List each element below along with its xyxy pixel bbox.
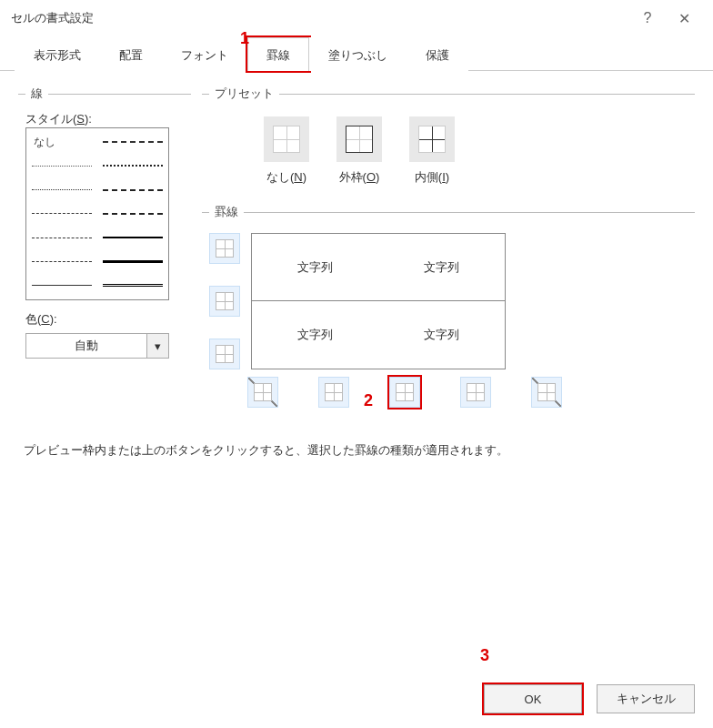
preset-inside-label: 内側(I) — [415, 169, 449, 186]
border-top-button[interactable] — [209, 233, 240, 264]
border-hmid-button[interactable] — [209, 286, 240, 317]
tab-protect[interactable]: 保護 — [407, 37, 468, 71]
color-combo[interactable]: 自動 ▾ — [25, 333, 169, 359]
preset-none-button[interactable] — [264, 116, 309, 162]
border-left-button[interactable] — [318, 377, 349, 408]
preset-group-label: プリセット — [209, 86, 279, 102]
close-button[interactable]: ✕ — [666, 10, 702, 27]
border-right-button[interactable] — [460, 377, 491, 408]
style-item[interactable] — [32, 232, 92, 243]
tab-fill[interactable]: 塗りつぶし — [309, 37, 407, 71]
border-vmid-button[interactable] — [389, 377, 420, 408]
style-item[interactable] — [103, 232, 163, 243]
titlebar: セルの書式設定 ? ✕ — [0, 0, 713, 36]
style-item[interactable] — [103, 136, 163, 147]
help-button[interactable]: ? — [629, 10, 666, 26]
tab-bar: 表示形式 配置 フォント 罫線 塗りつぶし 保護 — [0, 36, 713, 71]
preset-group: プリセット なし(N) 外枠(O) — [202, 86, 695, 193]
border-group: 罫線 文字列 文字列 文字列 文字列 — [202, 204, 695, 415]
style-item[interactable] — [103, 208, 163, 219]
tab-font[interactable]: フォント — [162, 37, 247, 71]
border-group-label: 罫線 — [209, 204, 244, 220]
style-item[interactable] — [32, 257, 92, 268]
preview-cell: 文字列 — [252, 234, 378, 301]
color-value: 自動 — [25, 333, 147, 359]
preset-inside-button[interactable] — [409, 116, 455, 162]
border-preview[interactable]: 文字列 文字列 文字列 文字列 — [251, 233, 506, 369]
preview-cell: 文字列 — [252, 301, 378, 369]
style-item[interactable] — [103, 160, 163, 171]
style-item[interactable] — [32, 280, 92, 291]
ok-button[interactable]: OK — [484, 684, 582, 713]
border-diag-up-button[interactable] — [247, 377, 278, 408]
style-item[interactable] — [32, 185, 92, 196]
preview-cell: 文字列 — [378, 234, 505, 301]
style-item[interactable] — [32, 208, 92, 219]
tab-display[interactable]: 表示形式 — [15, 37, 100, 71]
style-list[interactable]: なし — [25, 127, 169, 300]
preset-none-label: なし(N) — [266, 169, 306, 186]
line-group: 線 スタイル(S): なし — [18, 86, 191, 366]
style-label: スタイル(S): — [25, 111, 184, 127]
cancel-button[interactable]: キャンセル — [597, 684, 695, 713]
tab-align[interactable]: 配置 — [100, 37, 162, 71]
preset-outline-button[interactable] — [336, 116, 382, 162]
style-item[interactable] — [103, 257, 163, 268]
window-title: セルの書式設定 — [11, 10, 94, 26]
style-item[interactable] — [103, 185, 163, 196]
style-item[interactable] — [103, 280, 163, 291]
chevron-down-icon[interactable]: ▾ — [147, 333, 169, 359]
tab-border[interactable]: 罫線 — [247, 37, 309, 71]
line-group-label: 線 — [25, 86, 48, 102]
annotation-3: 3 — [480, 646, 489, 665]
color-label: 色(C): — [25, 311, 184, 328]
border-bottom-button[interactable] — [209, 339, 240, 369]
note-text: プレビュー枠内または上のボタンをクリックすると、選択した罫線の種類が適用されます… — [18, 426, 695, 462]
preview-cell: 文字列 — [378, 301, 505, 369]
border-diag-down-button[interactable] — [531, 377, 562, 408]
style-item[interactable] — [32, 160, 92, 171]
preset-outline-label: 外枠(O) — [339, 169, 380, 186]
style-none[interactable]: なし — [32, 135, 55, 150]
